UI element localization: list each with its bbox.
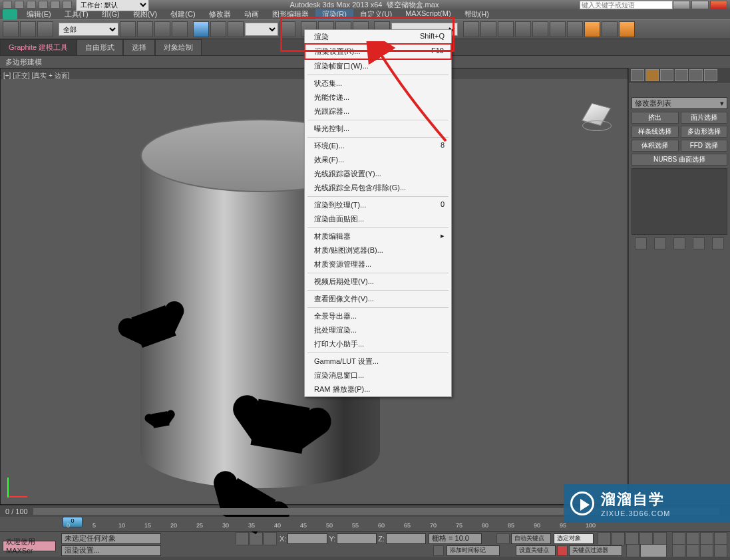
rotate-icon[interactable] (210, 21, 226, 37)
menu-item[interactable]: 材质资源管理器... (305, 257, 451, 271)
menu-item[interactable]: 曝光控制... (305, 122, 451, 136)
scale-icon[interactable] (228, 21, 244, 37)
extrude-button[interactable]: 挤出 (632, 112, 679, 124)
hierarchy-tab-icon[interactable] (660, 69, 673, 81)
render-frame-icon[interactable] (602, 21, 618, 37)
tab-paint[interactable]: 对象绘制 (155, 39, 202, 56)
unique-icon[interactable] (673, 237, 685, 249)
curve-editor-icon[interactable] (532, 21, 548, 37)
zoom-icon[interactable] (700, 532, 713, 545)
spline-select-button[interactable]: 样条线选择 (632, 126, 679, 138)
menu-item[interactable]: 材质/贴图浏览器(B)... (305, 243, 451, 257)
prev-frame-icon[interactable] (612, 532, 625, 545)
help-search-input[interactable] (580, 1, 673, 9)
menu-item[interactable]: 全景导出器... (305, 309, 451, 323)
open-icon[interactable] (27, 1, 36, 9)
pivot-icon[interactable] (279, 21, 295, 37)
key-icon[interactable] (496, 533, 510, 544)
menu-11[interactable]: 帮助(H) (458, 9, 496, 19)
link-icon[interactable] (3, 21, 19, 37)
ref-coord-dropdown[interactable] (245, 23, 278, 36)
menu-item[interactable]: 渲染设置(R)...F10 (304, 43, 452, 60)
schematic-icon[interactable] (550, 21, 566, 37)
fov-icon[interactable] (672, 544, 685, 557)
menu-item[interactable]: 批处理渲染... (305, 323, 451, 337)
app-logo-icon[interactable] (3, 9, 17, 19)
menu-item[interactable]: 光跟踪器... (305, 104, 451, 118)
menu-item[interactable]: Gamma/LUT 设置... (305, 354, 451, 368)
mirror-icon[interactable] (463, 21, 479, 37)
select-icon[interactable] (120, 21, 136, 37)
menu-3[interactable]: 视图(V) (126, 9, 164, 19)
app-icon[interactable] (3, 1, 12, 9)
render-setup-icon[interactable] (584, 21, 600, 37)
minimize-button[interactable] (673, 1, 690, 9)
patch-select-button[interactable]: 面片选择 (681, 112, 728, 124)
menu-item[interactable]: 查看图像文件(V)... (305, 292, 451, 306)
set-key-button[interactable]: 设置关键点 (516, 545, 556, 556)
vol-select-button[interactable]: 体积选择 (632, 140, 679, 152)
menu-2[interactable]: 组(G) (95, 9, 126, 19)
x-field[interactable] (287, 533, 327, 544)
maxscript-mini-listener[interactable]: 欢迎使用 MAXScr (0, 536, 60, 553)
time-marker[interactable]: 0 (63, 517, 83, 527)
nurbs-button[interactable]: NURBS 曲面选择 (632, 154, 727, 166)
new-icon[interactable] (15, 1, 24, 9)
menu-1[interactable]: 工具(T) (58, 9, 95, 19)
create-tab-icon[interactable] (631, 69, 644, 81)
select-name-icon[interactable] (137, 21, 153, 37)
menu-item[interactable]: 材质编辑器▸ (305, 229, 451, 243)
remove-icon[interactable] (693, 237, 705, 249)
modifier-stack[interactable] (632, 168, 727, 235)
modifier-list-dropdown[interactable]: 修改器列表▾ (632, 97, 727, 109)
menu-item[interactable]: 渲染帧窗口(W)... (305, 59, 451, 73)
menu-item[interactable]: RAM 播放器(P)... (305, 382, 451, 396)
menu-6[interactable]: 动画 (238, 9, 266, 19)
y-field[interactable] (337, 533, 377, 544)
menu-9[interactable]: 自定义(U) (353, 9, 399, 19)
menu-item[interactable]: 效果(F)... (305, 153, 451, 167)
configure-icon[interactable] (712, 237, 724, 249)
menu-item[interactable]: 渲染曲面贴图... (305, 212, 451, 226)
auto-key-button[interactable]: 自动关键点 (511, 533, 551, 544)
pin-icon[interactable] (635, 237, 647, 249)
orbit-icon[interactable] (686, 532, 699, 545)
render-icon[interactable] (619, 21, 635, 37)
zoom-all-icon[interactable] (714, 544, 727, 557)
next-frame-icon[interactable] (639, 532, 653, 545)
max-toggle-icon[interactable] (700, 544, 713, 557)
menu-5[interactable]: 修改器 (202, 9, 238, 19)
menu-item[interactable]: 打印大小助手... (305, 337, 451, 351)
window-crossing-icon[interactable] (172, 21, 188, 37)
zoom-extents-icon[interactable] (714, 532, 727, 545)
selection-filter-dropdown[interactable]: 全部 (59, 23, 118, 36)
pan-icon[interactable] (672, 532, 685, 545)
utilities-tab-icon[interactable] (704, 69, 717, 81)
layers-icon[interactable] (498, 21, 514, 37)
redo-icon[interactable] (63, 1, 72, 9)
menu-item[interactable]: 光线跟踪全局包含/排除(G)... (305, 181, 451, 195)
add-timemark-button[interactable]: 添加时间标记 (447, 545, 500, 556)
menu-item[interactable]: 光线跟踪器设置(Y)... (305, 167, 451, 181)
menu-8[interactable]: 渲染(R) (315, 9, 353, 19)
frame-input[interactable] (640, 544, 667, 557)
menu-4[interactable]: 创建(C) (164, 9, 202, 19)
lock-icon[interactable] (264, 532, 277, 545)
menu-item[interactable]: 渲染消息窗口... (305, 368, 451, 382)
key-filters-icon[interactable] (557, 545, 568, 556)
display-tab-icon[interactable] (689, 69, 703, 81)
modify-tab-icon[interactable] (645, 69, 659, 81)
maximize-button[interactable] (691, 1, 709, 9)
close-button[interactable] (710, 1, 727, 9)
save-icon[interactable] (39, 1, 48, 9)
undo-icon[interactable] (51, 1, 60, 9)
align-icon[interactable] (480, 21, 496, 37)
poly-model-label[interactable]: 多边形建模 (5, 57, 42, 67)
add-time-tag-icon[interactable] (433, 545, 444, 556)
tab-freeform[interactable]: 自由形式 (77, 39, 123, 56)
move-icon[interactable] (193, 21, 209, 37)
show-result-icon[interactable] (654, 237, 666, 249)
goto-end-icon[interactable] (653, 532, 667, 545)
menu-10[interactable]: MAXScript(M) (399, 9, 457, 19)
z-field[interactable] (386, 533, 426, 544)
